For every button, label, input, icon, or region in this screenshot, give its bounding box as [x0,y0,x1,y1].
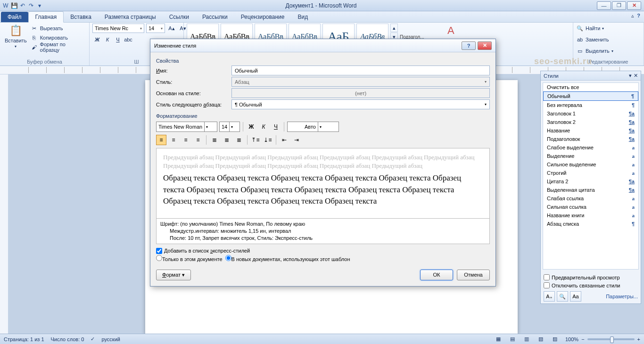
font-name-combo[interactable]: Times New Rc▾ [92,24,144,33]
find-button[interactable]: 🔍Найти▾ [576,24,604,33]
format-painter-button[interactable]: 🖌Формат по образцу [31,42,86,52]
zoom-level[interactable]: 100% [565,336,578,342]
format-button[interactable]: Формат ▾ [156,270,191,280]
outline-view-icon[interactable]: ▧ [537,336,545,343]
dialog-title-bar[interactable]: Изменение стиля ? ✕ [150,39,495,52]
cut-button[interactable]: ✂Вырезать [31,24,86,33]
style-list-item[interactable]: Очистить все [543,83,638,91]
spacing-1-icon[interactable]: ≣ [209,135,220,145]
manage-styles-button[interactable]: Aa [570,291,581,302]
style-list-item[interactable]: Обычный¶ [543,91,638,101]
new-style-button[interactable]: A₊ [544,291,555,302]
indent-increase-icon[interactable]: ⇥ [291,135,302,145]
bold-icon[interactable]: Ж [92,35,102,44]
style-list-item[interactable]: Абзац списка¶ [543,220,638,228]
zoom-in-icon[interactable]: + [637,336,640,342]
ok-button[interactable]: ОК [420,270,453,280]
next-style-combo[interactable]: ¶ Обычный▾ [231,99,490,109]
pane-dropdown-icon[interactable]: ▾ [629,73,632,79]
spacing-15-icon[interactable]: ≣ [222,135,232,145]
align-justify-icon[interactable]: ≡ [193,135,203,145]
space-before-icon[interactable]: ⤒≡ [250,135,261,145]
copy-button[interactable]: ⎘Копировать [31,33,86,42]
close-button[interactable]: ✕ [627,1,641,10]
underline-icon[interactable]: Ч [113,35,123,44]
dlg-size-combo[interactable]: 14▾ [219,122,240,132]
align-right-icon[interactable]: ≡ [181,135,191,145]
dlg-font-combo[interactable]: Times New Roman▾ [156,122,217,132]
space-after-icon[interactable]: ⤓≡ [263,135,273,145]
restore-button[interactable]: ❐ [612,1,626,10]
dialog-help-button[interactable]: ? [462,41,476,50]
gallery-up-icon[interactable]: ▴ [390,24,398,32]
replace-button[interactable]: abЗаменить [576,35,609,44]
style-list-item[interactable]: Сильная ссылкаa [543,203,638,211]
reading-view-icon[interactable]: ▤ [509,336,516,343]
grow-font-icon[interactable]: A▴ [167,24,176,33]
zoom-slider[interactable] [587,338,635,340]
page-status[interactable]: Страница: 1 из 1 [4,336,44,342]
tab-layout[interactable]: Разметка страницы [98,12,163,22]
undo-icon[interactable]: ↶ [19,2,26,9]
dlg-bold-icon[interactable]: Ж [246,122,256,132]
radio-template[interactable]: В новых документах, использующих этот ша… [225,255,350,262]
web-view-icon[interactable]: ▥ [523,336,530,343]
word-count[interactable]: Число слов: 0 [51,336,84,342]
pane-close-icon[interactable]: ✕ [634,73,638,79]
name-input[interactable]: Обычный [231,66,490,75]
spell-check-icon[interactable]: ✓ [91,336,95,342]
italic-icon[interactable]: К [103,35,112,44]
tab-insert[interactable]: Вставка [64,12,98,22]
style-list-item[interactable]: Слабая ссылкаa [543,194,638,203]
style-inspector-button[interactable]: 🔍 [557,291,568,302]
language-status[interactable]: русский [101,336,120,342]
dlg-italic-icon[interactable]: К [258,122,269,132]
styles-options-link[interactable]: Параметры... [606,294,638,299]
select-button[interactable]: ▭Выделить▾ [576,46,613,56]
redo-icon[interactable]: ↷ [27,2,35,9]
style-list-item[interactable]: Строгийa [543,169,638,177]
style-list-item[interactable]: Слабое выделениеa [543,143,638,152]
style-list-item[interactable]: Выделенная цитата¶a [543,186,638,194]
add-express-checkbox[interactable]: Добавить в список экспресс-стилей [156,248,490,254]
dlg-color-combo[interactable]: Авто▾ [287,122,339,132]
tab-review[interactable]: Рецензирование [234,12,291,22]
align-left-icon[interactable]: ≡ [156,135,166,145]
tab-file[interactable]: Файл [1,12,28,22]
tab-mailings[interactable]: Рассылки [196,12,234,22]
style-list-item[interactable]: Подзаголовок¶a [543,135,638,143]
styles-list[interactable]: Очистить всеОбычный¶Без интервала¶Заголо… [543,82,639,270]
cancel-button[interactable]: Отмена [457,270,490,280]
radio-this-document[interactable]: Только в этом документе [156,255,223,262]
ribbon-minimize-icon[interactable]: ▵ [631,13,634,19]
preview-checkbox[interactable]: Предварительный просмотр [544,273,638,281]
style-list-item[interactable]: Без интервала¶ [543,101,638,109]
style-list-item[interactable]: Цитата 2¶a [543,177,638,186]
draft-view-icon[interactable]: ▨ [551,336,559,343]
strike-icon[interactable]: abc [124,35,133,44]
print-layout-view-icon[interactable]: ▦ [495,336,502,343]
help-icon[interactable]: ? [637,13,640,19]
tab-view[interactable]: Вид [291,12,314,22]
vertical-ruler[interactable] [0,74,8,334]
zoom-out-icon[interactable]: − [581,336,584,342]
tab-references[interactable]: Ссылки [163,12,196,22]
dlg-underline-icon[interactable]: Ч [271,122,281,132]
indent-decrease-icon[interactable]: ⇤ [279,135,289,145]
qat-dropdown-icon[interactable]: ▾ [36,2,43,9]
paste-button[interactable]: 📋Вставить▾ [3,24,29,49]
dialog-close-button[interactable]: ✕ [478,41,492,50]
style-list-item[interactable]: Название¶a [543,126,638,135]
style-list-item[interactable]: Название книгиa [543,211,638,220]
minimize-button[interactable]: — [597,1,611,10]
disable-linked-checkbox[interactable]: Отключить связанные стили [544,281,638,289]
font-size-combo[interactable]: 14▾ [146,24,165,33]
align-center-icon[interactable]: ≡ [168,135,179,145]
style-list-item[interactable]: Заголовок 1¶a [543,109,638,118]
spacing-2-icon[interactable]: ≣ [234,135,244,145]
style-list-item[interactable]: Заголовок 2¶a [543,118,638,126]
tab-home[interactable]: Главная [28,11,64,23]
save-icon[interactable]: 💾 [10,2,18,9]
style-list-item[interactable]: Выделениеa [543,152,638,160]
style-list-item[interactable]: Сильное выделениеa [543,160,638,169]
